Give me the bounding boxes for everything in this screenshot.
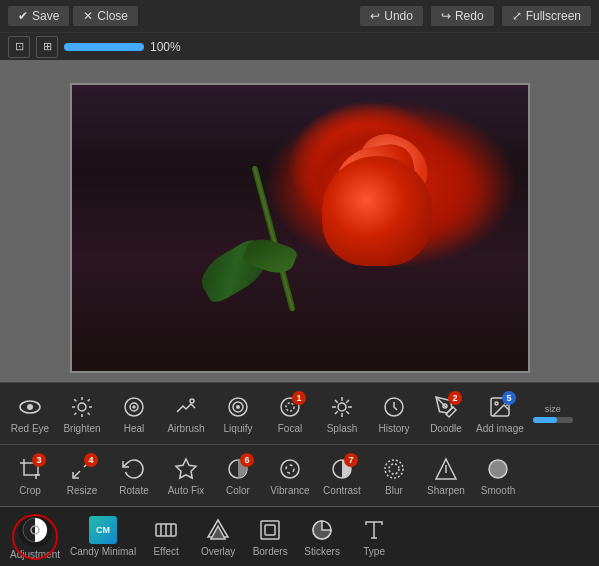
zoom-fill — [64, 43, 144, 51]
tools-panel: Red Eye Brighten Heal Airbrush Liquify — [0, 382, 599, 566]
svg-line-26 — [346, 411, 349, 414]
tool-resize[interactable]: 4 Resize — [56, 447, 108, 505]
tool-crop[interactable]: 3 Crop — [4, 447, 56, 505]
size-slider[interactable] — [533, 417, 573, 423]
save-icon: ✔ — [18, 9, 28, 23]
svg-point-2 — [78, 403, 86, 411]
svg-point-1 — [27, 404, 33, 410]
undo-button[interactable]: ↩ Undo — [360, 6, 423, 26]
sub-icon-2[interactable]: ⊞ — [36, 36, 58, 58]
tool-color[interactable]: 6 Color — [212, 447, 264, 505]
tool-add-image-label: Add image — [476, 423, 524, 434]
tool-contrast[interactable]: 7 Contrast — [316, 447, 368, 505]
tool-vibrance[interactable]: Vibrance — [264, 447, 316, 505]
smooth-icon — [484, 455, 512, 483]
svg-line-36 — [73, 471, 80, 478]
blur-icon — [380, 455, 408, 483]
tool-adjustment[interactable]: Adjustment — [4, 508, 66, 566]
fullscreen-button[interactable]: ⤢ Fullscreen — [502, 6, 591, 26]
tool-brighten[interactable]: Brighten — [56, 385, 108, 443]
undo-label: Undo — [384, 9, 413, 23]
tool-overlay-label: Overlay — [201, 546, 235, 557]
tool-smooth[interactable]: Smooth — [472, 447, 524, 505]
tool-blur[interactable]: Blur — [368, 447, 420, 505]
size-label: size — [545, 404, 561, 414]
history-icon — [380, 393, 408, 421]
sub-toolbar: ⊡ ⊞ 100% — [0, 32, 599, 60]
tool-auto-fix[interactable]: Auto Fix — [160, 447, 212, 505]
tool-liquify[interactable]: Liquify — [212, 385, 264, 443]
tool-doodle[interactable]: 2 Doodle — [420, 385, 472, 443]
toolbar-left: ✔ Save ✕ Close — [8, 6, 138, 26]
top-toolbar: ✔ Save ✕ Close ↩ Undo ↪ Redo ⤢ Fullscree… — [0, 0, 599, 32]
sub-icon-1[interactable]: ⊡ — [8, 36, 30, 58]
tool-history[interactable]: History — [368, 385, 420, 443]
size-control: size — [528, 400, 578, 427]
tool-splash[interactable]: Splash — [316, 385, 368, 443]
tools-row-3: Adjustment CM Candy Minimal Effect Overl… — [0, 506, 599, 566]
toolbar-right: ↩ Undo ↪ Redo ⤢ Fullscreen — [360, 6, 591, 26]
tool-auto-fix-label: Auto Fix — [168, 485, 205, 496]
color-icon: 6 — [224, 455, 252, 483]
tool-borders[interactable]: Borders — [244, 508, 296, 566]
auto-fix-icon — [172, 455, 200, 483]
crop-icon: 3 — [16, 455, 44, 483]
svg-line-25 — [335, 400, 338, 403]
tool-borders-label: Borders — [253, 546, 288, 557]
tool-type[interactable]: Type — [348, 508, 400, 566]
tool-rotate[interactable]: Rotate — [108, 447, 160, 505]
tool-airbrush[interactable]: Airbrush — [160, 385, 212, 443]
canvas-area — [0, 60, 599, 395]
tool-focal[interactable]: 1 Focal — [264, 385, 316, 443]
tool-splash-label: Splash — [327, 423, 358, 434]
tool-heal-label: Heal — [124, 423, 145, 434]
svg-rect-56 — [265, 525, 275, 535]
resize-icon: 4 — [68, 455, 96, 483]
heal-icon — [120, 393, 148, 421]
close-icon: ✕ — [83, 9, 93, 23]
tool-focal-label: Focal — [278, 423, 302, 434]
tool-overlay[interactable]: Overlay — [192, 508, 244, 566]
candy-minimal-icon: CM — [89, 516, 117, 544]
tools-row-2: 3 Crop 4 Resize Rotate Auto Fix — [0, 444, 599, 506]
tool-liquify-label: Liquify — [224, 423, 253, 434]
adjustment-icon — [18, 513, 52, 547]
svg-point-20 — [338, 403, 346, 411]
tool-history-label: History — [378, 423, 409, 434]
overlay-icon — [204, 516, 232, 544]
borders-icon — [256, 516, 284, 544]
redo-button[interactable]: ↪ Redo — [431, 6, 494, 26]
tool-candy-minimal[interactable]: CM Candy Minimal — [66, 508, 140, 566]
contrast-icon: 7 — [328, 455, 356, 483]
svg-line-10 — [88, 399, 90, 401]
tools-row-1: Red Eye Brighten Heal Airbrush Liquify — [0, 382, 599, 444]
candy-minimal-badge: CM — [89, 516, 117, 544]
canvas-image[interactable] — [70, 83, 530, 373]
svg-point-40 — [286, 465, 294, 473]
tool-stickers[interactable]: Stickers — [296, 508, 348, 566]
svg-point-32 — [495, 402, 498, 405]
zoom-slider[interactable] — [64, 43, 144, 51]
tool-sharpen-label: Sharpen — [427, 485, 465, 496]
svg-point-42 — [385, 460, 403, 478]
tool-effect-label: Effect — [153, 546, 178, 557]
save-button[interactable]: ✔ Save — [8, 6, 69, 26]
save-label: Save — [32, 9, 59, 23]
undo-icon: ↩ — [370, 9, 380, 23]
tool-sharpen[interactable]: Sharpen — [420, 447, 472, 505]
close-button[interactable]: ✕ Close — [73, 6, 138, 26]
brighten-icon — [68, 393, 96, 421]
splash-icon — [328, 393, 356, 421]
tool-red-eye[interactable]: Red Eye — [4, 385, 56, 443]
svg-line-8 — [88, 413, 90, 415]
svg-point-17 — [236, 405, 240, 409]
tool-heal[interactable]: Heal — [108, 385, 160, 443]
fullscreen-label: Fullscreen — [526, 9, 581, 23]
tool-add-image[interactable]: 5 Add image — [472, 385, 528, 443]
rose-background — [72, 85, 528, 371]
tool-effect[interactable]: Effect — [140, 508, 192, 566]
svg-point-14 — [190, 399, 194, 403]
tool-brighten-label: Brighten — [63, 423, 100, 434]
tool-candy-minimal-label: Candy Minimal — [70, 546, 136, 557]
type-icon — [360, 516, 388, 544]
